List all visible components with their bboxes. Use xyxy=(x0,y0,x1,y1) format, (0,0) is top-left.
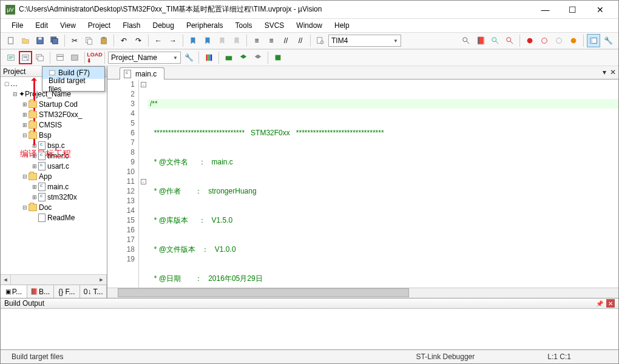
menu-window[interactable]: Window xyxy=(291,20,327,31)
menu-help[interactable]: Help xyxy=(330,20,354,31)
svg-point-14 xyxy=(527,38,533,44)
config-icon[interactable]: 🔧 xyxy=(601,34,615,47)
cut-icon[interactable]: ✂ xyxy=(68,34,81,47)
build-button[interactable] xyxy=(19,51,32,64)
bookmark-clear-icon[interactable] xyxy=(230,34,243,47)
debug-cfg-icon[interactable] xyxy=(459,34,473,47)
titlebar: µV C:\Users\Administrator\Desktop\STM32F… xyxy=(1,1,618,19)
outdent-icon[interactable]: ≡ xyxy=(265,34,278,47)
nav-back-icon[interactable]: ← xyxy=(152,34,165,47)
undo-icon[interactable]: ↶ xyxy=(117,34,130,47)
tree-group-startup[interactable]: ⊞Startup Cod xyxy=(1,99,107,109)
line-gutter: 12345678910111213141516171819 xyxy=(107,79,139,288)
tab-dropdown-icon[interactable]: ▾ xyxy=(603,68,606,76)
sim-icon[interactable] xyxy=(251,51,265,64)
rec-gray-icon[interactable] xyxy=(552,34,566,47)
comment-icon[interactable]: // xyxy=(279,34,293,47)
copy-icon[interactable] xyxy=(83,34,96,47)
menu-debug[interactable]: Debug xyxy=(148,20,179,31)
open-icon[interactable] xyxy=(19,34,32,47)
bookmark-next-icon[interactable] xyxy=(215,34,229,47)
menu-project[interactable]: Project xyxy=(83,20,115,31)
download-icon[interactable]: LOAD⬇ xyxy=(88,51,101,64)
svg-rect-31 xyxy=(276,55,281,61)
component-icon[interactable] xyxy=(271,51,285,64)
options-icon[interactable]: 🔧 xyxy=(182,51,195,64)
indent-icon[interactable]: ≡ xyxy=(250,34,263,47)
rec-red-icon[interactable] xyxy=(523,34,536,47)
svg-point-17 xyxy=(571,38,577,44)
project-tree[interactable]: 编译目标工程 ▢… ⊟✦ Project_Name ⊞Startup Cod ⊞… xyxy=(1,77,107,274)
tree-file-timer-c[interactable]: ⊞timer.c xyxy=(1,150,107,161)
code-editor[interactable]: 12345678910111213141516171819 - - /** **… xyxy=(107,79,618,288)
pack-installer-icon[interactable] xyxy=(222,51,235,64)
bookmark-prev-icon[interactable] xyxy=(201,34,214,47)
tree-file-usart-c[interactable]: ⊞usart.c xyxy=(1,161,107,171)
sidebar-hscroll[interactable]: ◄► xyxy=(1,274,107,285)
window-layout-icon[interactable] xyxy=(587,34,600,47)
build-output-body[interactable] xyxy=(1,309,618,350)
tab-functions[interactable]: {} F... xyxy=(54,285,81,298)
rec-outline-icon[interactable] xyxy=(538,34,551,47)
save-all-icon[interactable] xyxy=(48,34,61,47)
tree-file-main-c[interactable]: ⊞main.c xyxy=(1,181,107,192)
tab-books[interactable]: 📕 B... xyxy=(27,285,54,298)
tree-group-app[interactable]: ⊟App xyxy=(1,171,107,181)
rte-icon[interactable] xyxy=(237,51,250,64)
build-output-header: Build Output 📌 ✕ xyxy=(1,298,618,309)
tab-project[interactable]: ▣ P... xyxy=(1,285,27,298)
rebuild-icon[interactable] xyxy=(33,51,47,64)
menu-view[interactable]: View xyxy=(55,20,81,31)
editor-tab-main[interactable]: main.c xyxy=(120,67,164,79)
tab-templates[interactable]: 0↓ T... xyxy=(80,285,107,298)
menu-edit[interactable]: Edit xyxy=(30,20,53,31)
target-combo[interactable]: Project_Name▼ xyxy=(108,52,181,64)
maximize-button[interactable]: ☐ xyxy=(559,1,586,18)
build-close-icon[interactable]: ✕ xyxy=(606,299,615,308)
manage-icon[interactable] xyxy=(202,51,215,64)
menu-tools[interactable]: Tools xyxy=(231,20,257,31)
minimize-button[interactable]: — xyxy=(532,1,559,18)
tree-group-stdlib[interactable]: ⊞STM32F0xx_ xyxy=(1,109,107,120)
zoom-icon[interactable] xyxy=(503,34,516,47)
editor-hscroll[interactable] xyxy=(107,288,618,298)
tab-close-icon[interactable]: ✕ xyxy=(610,68,616,76)
tree-file-readme[interactable]: ReadMe xyxy=(1,212,107,223)
batch-build-icon[interactable] xyxy=(53,51,67,64)
sidebar-tabs: ▣ P... 📕 B... {} F... 0↓ T... xyxy=(1,285,107,298)
menu-peripherals[interactable]: Peripherals xyxy=(181,20,228,31)
tree-group-bsp[interactable]: ⊟Bsp xyxy=(1,130,107,140)
books-icon[interactable]: 📕 xyxy=(474,34,487,47)
tree-group-doc[interactable]: ⊟Doc xyxy=(1,202,107,212)
fold-column[interactable]: - - xyxy=(139,79,147,288)
pin-icon[interactable]: 📌 xyxy=(595,299,604,308)
menu-file[interactable]: File xyxy=(7,20,28,31)
find-combo[interactable]: TIM4▼ xyxy=(328,35,401,47)
nav-fwd-icon[interactable]: → xyxy=(166,34,180,47)
redo-icon[interactable]: ↷ xyxy=(132,34,145,47)
rec-orange-icon[interactable] xyxy=(567,34,580,47)
uncomment-icon[interactable]: // xyxy=(294,34,307,47)
svg-point-13 xyxy=(507,38,511,42)
tree-file-stm32it[interactable]: ⊞stm32f0x xyxy=(1,192,107,202)
tree-file-bsp-c[interactable]: ⊞bsp.c xyxy=(1,140,107,150)
new-file-icon[interactable] xyxy=(4,34,18,47)
find-files-icon[interactable] xyxy=(314,34,327,47)
svg-rect-9 xyxy=(317,38,322,44)
tree-group-cmsis[interactable]: ⊞CMSIS xyxy=(1,120,107,130)
translate-icon[interactable] xyxy=(4,51,18,64)
save-icon[interactable] xyxy=(33,34,47,47)
bookmark-icon[interactable] xyxy=(186,34,200,47)
help-icon[interactable] xyxy=(489,34,502,47)
stop-build-icon[interactable] xyxy=(68,51,81,64)
editor-pane: main.c ▾ ✕ 12345678910111213141516171819… xyxy=(107,66,618,298)
menu-svcs[interactable]: SVCS xyxy=(260,20,289,31)
editor-tabrow: main.c ▾ ✕ xyxy=(107,66,618,79)
close-button[interactable]: ✕ xyxy=(586,1,614,18)
code-body[interactable]: /** ******************************** STM… xyxy=(147,79,618,288)
project-panel: Project ✕ Build (F7) Build target files … xyxy=(1,66,107,298)
window-title: C:\Users\Administrator\Desktop\STM32F0xx… xyxy=(19,4,532,15)
paste-icon[interactable] xyxy=(97,34,110,47)
svg-rect-25 xyxy=(57,55,64,56)
menu-flash[interactable]: Flash xyxy=(118,20,145,31)
